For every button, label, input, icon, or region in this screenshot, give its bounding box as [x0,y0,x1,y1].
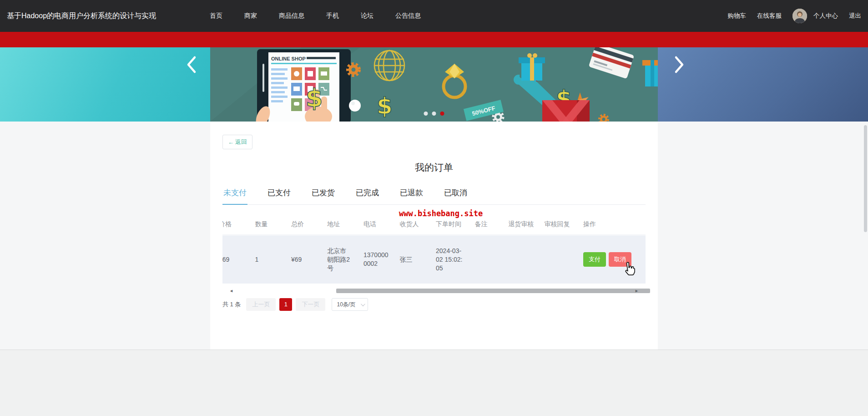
cell-phone: 13700000002 [363,251,400,268]
tab-paid[interactable]: 已支付 [267,188,292,204]
tab-cancelled[interactable]: 已取消 [443,188,468,204]
tablet-illustration: ONLINE SHOP [253,49,351,122]
header-price: 价格 [222,220,255,235]
page-number-1[interactable]: 1 [279,298,292,311]
cell-price: ¥69 [222,255,255,264]
main-region: ←返回 我的订单 未支付 已支付 已发货 已完成 已退款 已取消 www.bis… [0,122,868,350]
person-icon [792,9,807,23]
table-row: ¥69 1 ¥69 北京市朝阳路2号 13700000002 张三 2024-0… [222,235,646,284]
menu-item-products[interactable]: 商品信息 [279,12,304,20]
dollar-icon: $ [306,84,323,112]
back-button-label: 返回 [235,138,247,146]
carousel-dot-1[interactable] [424,112,428,116]
red-box-icon [542,100,590,122]
carousel-right-gradient [658,47,868,122]
cart-link[interactable]: 购物车 [728,12,747,20]
carousel-slide-image: ONLINE SHOP [210,47,658,122]
chevron-left-icon [184,55,199,75]
header-order-time: 下单时间 [436,220,475,235]
back-arrow-icon: ← [228,139,234,146]
sphere-icon [349,100,361,112]
chevron-down-icon [361,302,365,306]
cell-total: ¥69 [291,255,327,264]
pay-button[interactable]: 支付 [583,252,606,267]
back-button[interactable]: ←返回 [222,135,252,149]
carousel-dot-2[interactable] [432,112,436,116]
cancel-button[interactable]: 取消 [609,252,631,267]
tab-completed[interactable]: 已完成 [355,188,380,204]
tab-shipped[interactable]: 已发货 [311,188,336,204]
horizontal-scrollbar: ◄ ► [228,288,640,294]
carousel-prev-arrow[interactable] [184,55,199,75]
header-remark: 备注 [475,220,509,235]
prev-page-button[interactable]: 上一页 [246,298,276,311]
pagination: 共 1 条 上一页 1 下一页 10条/页 [222,298,646,311]
header-review-reply: 审核回复 [545,220,583,235]
menu-item-forum[interactable]: 论坛 [361,12,373,20]
red-accent-band [0,32,868,47]
nav-right-group: 购物车 在线客服 个人中心 退出 [728,9,862,23]
cell-address: 北京市朝阳路2号 [327,247,363,273]
tab-refunded[interactable]: 已退款 [399,188,424,204]
dollar-icon: $ [377,93,393,119]
cell-receiver: 张三 [400,255,436,264]
chevron-right-icon [671,55,687,75]
top-navbar: 基于Hadoop的电商用户分析系统的设计与实现 首页 商家 商品信息 手机 论坛… [0,0,868,32]
menu-item-home[interactable]: 首页 [210,12,222,20]
page-size-select[interactable]: 10条/页 [332,298,368,311]
profile-link[interactable]: 个人中心 [813,12,838,20]
carousel-left-gradient [0,47,210,122]
header-address: 地址 [327,220,363,235]
horizontal-scrollbar-thumb[interactable] [336,289,650,293]
header-return-review: 退货审核 [508,220,544,235]
orders-table-section: www.bishebang.site 价格 数量 总价 地址 电话 收货人 下单… [222,205,646,294]
menu-item-phone[interactable]: 手机 [326,12,339,20]
pagination-total: 共 1 条 [222,300,241,309]
menu-item-announcements[interactable]: 公告信息 [395,12,421,20]
orders-panel: ←返回 我的订单 未支付 已支付 已发货 已完成 已退款 已取消 www.bis… [210,122,658,350]
banner-carousel: ONLINE SHOP [0,47,868,122]
main-menu: 首页 商家 商品信息 手机 论坛 公告信息 [210,12,421,20]
carousel-dots [424,112,444,116]
header-phone: 电话 [363,220,400,235]
vertical-scrollbar-thumb[interactable] [864,125,867,232]
gift-icon [519,53,545,81]
page-size-value: 10条/页 [337,301,355,309]
tab-unpaid[interactable]: 未支付 [222,188,247,205]
scroll-left-arrow-icon[interactable]: ◄ [229,289,233,294]
carousel-next-arrow[interactable] [671,55,687,75]
menu-item-merchant[interactable]: 商家 [244,12,257,20]
scroll-right-arrow-icon[interactable]: ► [635,289,639,294]
cell-quantity: 1 [255,255,291,264]
next-page-button[interactable]: 下一页 [296,298,325,311]
tablet-screen-title: ONLINE SHOP [271,56,306,61]
footer-area [0,350,868,416]
user-avatar[interactable] [792,9,807,23]
header-total: 总价 [291,220,327,235]
page-title: 我的订单 [210,161,658,174]
cell-order-time: 2024-03-02 15:02:05 [436,247,475,273]
cell-actions: 支付 取消 [583,252,646,267]
header-actions: 操作 [583,220,646,235]
online-shop-illustration: ONLINE SHOP [210,47,658,122]
header-receiver: 收货人 [400,220,436,235]
carousel-dot-3-active[interactable] [440,112,444,116]
header-quantity: 数量 [255,220,291,235]
watermark: www.bishebang.site [399,209,483,218]
logout-link[interactable]: 退出 [849,12,861,20]
site-title[interactable]: 基于Hadoop的电商用户分析系统的设计与实现 [7,11,156,21]
order-status-tabs: 未支付 已支付 已发货 已完成 已退款 已取消 [222,188,646,205]
customer-service-link[interactable]: 在线客服 [757,12,782,20]
